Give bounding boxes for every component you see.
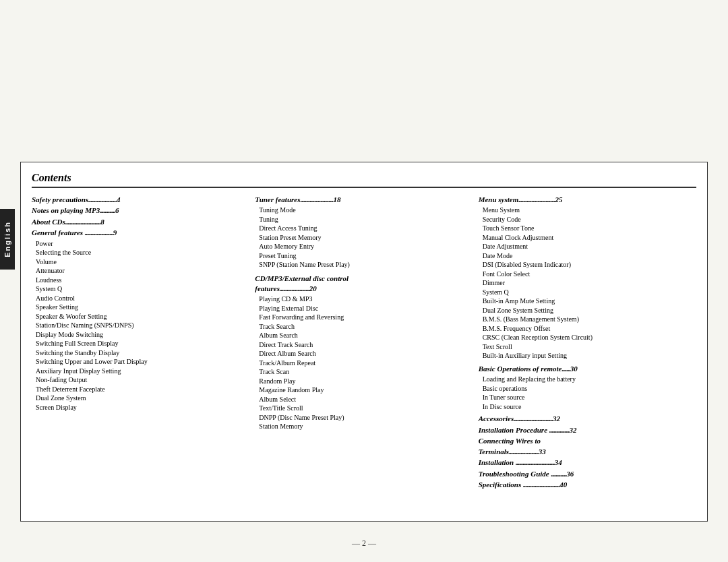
toc-column-1: Safety precautions......................… (32, 195, 249, 511)
toc-sub-audio: Audio Control (32, 294, 244, 303)
toc-sub-volume: Volume (32, 257, 244, 267)
toc-cds-label: About CDs..............................8 (32, 218, 104, 226)
toc-sub-upper-lower: Switching Upper and Lower Part Display (32, 357, 244, 367)
contents-heading: Contents (32, 172, 696, 188)
toc-specifications-label: Specifications .........................… (479, 480, 568, 489)
toc-mp3: Notes on playing MP3.............6 (32, 206, 244, 216)
toc-sub-direct-track: Direct Track Search (255, 340, 467, 350)
toc-general-label: General features .......................… (32, 228, 117, 237)
toc-cds: About CDs..............................8 (32, 217, 244, 227)
toc-column-3: Menu system.............................… (473, 195, 696, 511)
english-language-tab: English (0, 209, 15, 270)
toc-sub-preset-tuning: Preset Tuning (255, 251, 467, 261)
toc-sub-screen-display: Screen Display (32, 403, 244, 412)
toc-installation-proc: Installation Procedure .................… (479, 425, 691, 435)
toc-sub-direct-access: Direct Access Tuning (255, 224, 467, 233)
toc-sub-date-adj: Date Adjustment (479, 242, 691, 251)
toc-sub-standby: Switching the Standby Display (32, 348, 244, 358)
toc-connecting: Connecting Wires toTerminals............… (479, 436, 691, 457)
toc-sub-basic-ops: Basic operations (479, 384, 691, 394)
toc-sub-album-select: Album Select (255, 395, 467, 404)
contents-box: Contents Safety precautions.............… (20, 162, 708, 522)
toc-installation: Installation ...........................… (479, 458, 691, 468)
toc-sub-battery: Loading and Replacing the battery (479, 375, 691, 384)
toc-sub-date-mode: Date Mode (479, 251, 691, 261)
toc-sub-dual-zone-set: Dual Zone System Setting (479, 306, 691, 315)
toc-sub-disc-source: In Disc source (479, 402, 691, 412)
toc-sub-track-scan: Track Scan (255, 367, 467, 377)
toc-sub-text-scroll2: Text Scroll (479, 342, 691, 352)
toc-sub-bms: B.M.S. (Bass Management System) (479, 315, 691, 324)
toc-troubleshooting-label: Troubleshooting Guide .............36 (479, 470, 574, 478)
toc-tuner-label: Tuner features..........................… (255, 195, 340, 204)
toc-sub-mag-random: Magazine Random Play (255, 385, 467, 395)
toc-sub-amp-mute: Built-in Amp Mute Setting (479, 296, 691, 306)
toc-sub-systemq: System Q (32, 284, 244, 294)
toc-accessories: Accessories.............................… (479, 414, 691, 424)
toc-sub-direct-album: Direct Album Search (255, 349, 467, 358)
toc-safety: Safety precautions......................… (32, 195, 244, 205)
toc-sub-repeat: Track/Album Repeat (255, 358, 467, 368)
toc-sub-full-screen: Switching Full Screen Display (32, 339, 244, 348)
toc-installation-proc-label: Installation Procedure .................… (479, 426, 577, 434)
toc-sub-touch-sensor: Touch Sensor Tone (479, 224, 691, 233)
toc-sub-playing-cd: Playing CD & MP3 (255, 294, 467, 304)
page-footer: — 2 — (352, 538, 376, 549)
toc-sub-aux-setting: Built-in Auxiliary input Setting (479, 351, 691, 361)
toc-sub-clock: Manual Clock Adjustment (479, 233, 691, 243)
toc-sub-text-scroll: Text/Title Scroll (255, 404, 467, 413)
toc-menu: Menu system.............................… (479, 195, 691, 205)
toc-sub-dnpp: DNPP (Disc Name Preset Play) (255, 413, 467, 423)
toc-sub-playing-ext: Playing External Disc (255, 304, 467, 313)
toc-sub-tuner-source: In Tuner source (479, 393, 691, 402)
toc-sub-font-color: Font Color Select (479, 270, 691, 279)
toc-sub-track-search: Track Search (255, 322, 467, 332)
toc-remote: Basic Operations of remote.......30 (479, 364, 691, 374)
toc-sub-station-preset: Station Preset Memory (255, 233, 467, 243)
toc-columns: Safety precautions......................… (32, 195, 696, 511)
toc-sub-aux-input: Auxiliary Input Display Setting (32, 367, 244, 376)
toc-sub-bms-freq: B.M.S. Frequency Offset (479, 324, 691, 334)
toc-sub-album-search: Album Search (255, 331, 467, 340)
toc-sub-attenuator: Attenuator (32, 266, 244, 276)
toc-sub-menu-system: Menu System (479, 206, 691, 215)
toc-sub-systemq2: System Q (479, 288, 691, 297)
toc-sub-tuning: Tuning (255, 215, 467, 224)
toc-cdmp3-header: CD/MP3/External disc controlfeatures....… (255, 274, 467, 294)
toc-column-2: Tuner features..........................… (249, 195, 473, 511)
toc-general: General features .......................… (32, 228, 244, 238)
toc-sub-speaker: Speaker Setting (32, 303, 244, 312)
toc-sub-random: Random Play (255, 377, 467, 386)
toc-sub-auto-memory: Auto Memory Entry (255, 242, 467, 251)
toc-sub-snpp: SNPP (Station Name Preset Play) (255, 260, 467, 270)
toc-accessories-label: Accessories.............................… (479, 414, 560, 423)
toc-sub-faceplate: Theft Deterrent Faceplate (32, 385, 244, 394)
toc-tuner: Tuner features..........................… (255, 195, 467, 205)
toc-menu-label: Menu system.............................… (479, 195, 563, 204)
toc-mp3-label: Notes on playing MP3.............6 (32, 206, 119, 214)
toc-sub-dsi: DSI (Disabled System Indicator) (479, 260, 691, 270)
toc-installation-label: Installation ...........................… (479, 458, 562, 466)
toc-remote-label: Basic Operations of remote.......30 (479, 365, 578, 373)
toc-sub-security: Security Code (479, 215, 691, 224)
toc-sub-nonfading: Non-fading Output (32, 375, 244, 385)
toc-sub-loudness: Loudness (32, 276, 244, 285)
toc-sub-power: Power (32, 239, 244, 249)
toc-sub-display-mode: Display Mode Switching (32, 330, 244, 340)
toc-specifications: Specifications .........................… (479, 480, 691, 490)
toc-connecting-label: Connecting Wires toTerminals............… (479, 437, 546, 455)
toc-sub-source: Selecting the Source (32, 248, 244, 257)
toc-sub-dimmer: Dimmer (479, 278, 691, 288)
english-tab-label: English (3, 221, 11, 257)
toc-sub-crsc: CRSC (Clean Reception System Circuit) (479, 333, 691, 342)
toc-sub-tuning-mode: Tuning Mode (255, 206, 467, 215)
toc-sub-woofer: Speaker & Woofer Setting (32, 312, 244, 321)
toc-sub-dual-zone: Dual Zone System (32, 394, 244, 403)
toc-troubleshooting: Troubleshooting Guide .............36 (479, 469, 691, 479)
toc-sub-station-memory: Station Memory (255, 422, 467, 431)
toc-safety-label: Safety precautions......................… (32, 195, 121, 204)
toc-sub-naming: Station/Disc Naming (SNPS/DNPS) (32, 321, 244, 330)
toc-sub-fast-fwd: Fast Forwarding and Reversing (255, 313, 467, 322)
